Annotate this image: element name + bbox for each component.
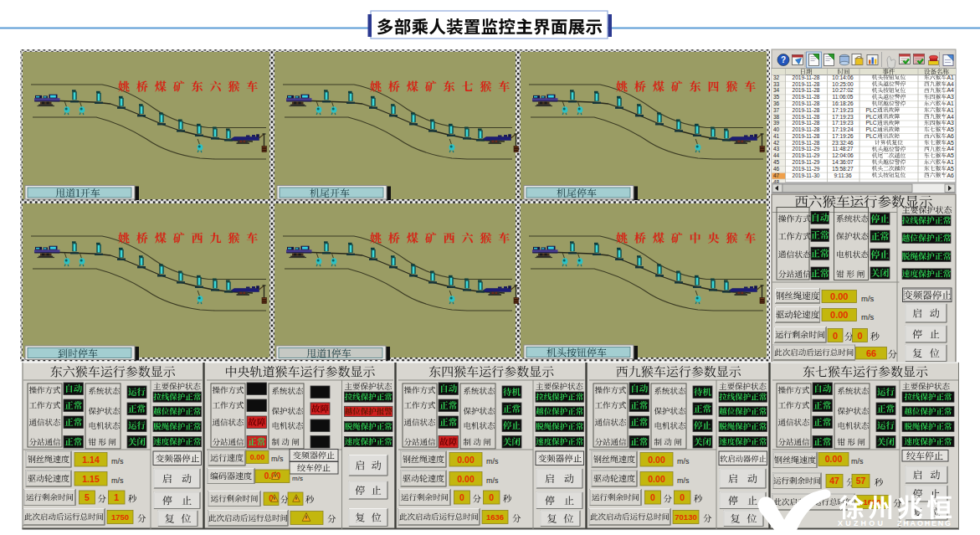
svg-text:2019-11-28: 2019-11-28 [793,140,820,146]
svg-text:A3: A3 [947,94,955,100]
svg-text:2019-11-28: 2019-11-28 [793,120,820,126]
svg-text:15:58:27: 15:58:27 [832,166,854,172]
svg-text:1.14: 1.14 [82,455,100,465]
svg-text:m/s: m/s [111,476,124,485]
svg-text:44: 44 [773,152,780,158]
svg-text:A1: A1 [947,100,955,106]
svg-text:41: 41 [773,133,780,139]
svg-text:A5: A5 [947,140,955,146]
svg-text:0.00: 0.00 [825,454,843,464]
svg-text:42: 42 [773,140,780,146]
svg-text:0: 0 [459,492,464,502]
svg-text:1: 1 [114,492,119,502]
svg-text:10:27:02: 10:27:02 [832,87,854,93]
svg-text:A1: A1 [947,75,955,80]
svg-text:m/s: m/s [292,475,303,482]
svg-text:43: 43 [773,146,780,152]
svg-text:2019-11-28: 2019-11-28 [793,94,820,100]
svg-text:XUZHOU: XUZHOU [838,519,885,527]
svg-text:1750: 1750 [111,512,129,522]
svg-text:9:11:36: 9:11:36 [834,172,852,178]
svg-text:0.00: 0.00 [457,455,475,465]
svg-text:17:19:23: 17:19:23 [832,120,854,126]
svg-text:m/s: m/s [851,457,864,466]
svg-text:PLC: PLC [865,107,876,113]
svg-text:46: 46 [773,166,780,172]
svg-text:0: 0 [650,492,655,502]
svg-text:2019-11-28: 2019-11-28 [793,126,820,132]
svg-text:A4: A4 [947,146,955,152]
svg-text:10:25:00: 10:25:00 [832,81,854,87]
svg-text:1636: 1636 [486,512,504,522]
svg-text:2019-11-28: 2019-11-28 [793,107,820,113]
svg-text:11:48:27: 11:48:27 [833,146,854,152]
svg-text:1.15: 1.15 [82,474,100,484]
svg-text:34: 34 [773,87,780,93]
svg-text:12:04:06: 12:04:06 [832,152,854,158]
svg-text:A5: A5 [947,166,955,172]
svg-text:?: ? [781,55,786,64]
svg-text:A3: A3 [947,120,955,126]
svg-text:A1: A1 [947,107,955,113]
svg-text:36: 36 [773,100,780,106]
svg-text:2019-11-29: 2019-11-29 [793,166,820,172]
svg-text:2019-11-28: 2019-11-28 [793,87,820,93]
svg-text:A5: A5 [947,152,955,158]
svg-text:m/s: m/s [111,457,124,466]
svg-text:45: 45 [773,159,780,165]
svg-text:0: 0 [857,331,862,341]
svg-text:m/s: m/s [486,476,499,485]
svg-text:m/s: m/s [677,476,690,485]
svg-text:40: 40 [773,126,780,132]
svg-text:m/s: m/s [861,312,875,322]
svg-text:5: 5 [85,492,90,502]
svg-text:0.00: 0.00 [830,291,848,301]
svg-text:38: 38 [773,114,780,120]
svg-text:m/s: m/s [486,457,499,466]
svg-text:A6: A6 [947,133,955,139]
svg-text:ZHAOHENG: ZHAOHENG [897,519,952,527]
svg-text:2019-11-29: 2019-11-29 [793,146,820,152]
svg-text:47: 47 [773,172,780,178]
svg-text:14:36:07: 14:36:07 [832,159,854,165]
svg-text:0: 0 [833,331,838,341]
svg-text:PLC: PLC [865,126,876,132]
svg-text:17:19:23: 17:19:23 [832,114,854,120]
svg-text:2019-11-29: 2019-11-29 [793,152,820,158]
svg-text:A4: A4 [947,114,955,120]
svg-text:35: 35 [773,94,780,100]
svg-text:17:19:24: 17:19:24 [832,126,854,132]
svg-text:23:32:46: 23:32:46 [832,140,854,146]
svg-text:2019-11-30: 2019-11-30 [793,172,820,178]
svg-text:0.00: 0.00 [250,453,265,461]
svg-text:39: 39 [773,120,780,126]
svg-text:PLC: PLC [865,133,876,139]
svg-text:2019-11-28: 2019-11-28 [793,114,820,120]
svg-text:0.00: 0.00 [648,455,665,465]
svg-text:10:14:06: 10:14:06 [832,75,854,80]
svg-text:A4: A4 [947,87,955,93]
svg-text:2019-11-28: 2019-11-28 [793,133,820,139]
svg-text:2019-11-28: 2019-11-28 [793,100,820,106]
svg-text:37: 37 [773,107,780,113]
svg-text:11:06:05: 11:06:05 [833,94,854,100]
svg-text:32: 32 [773,75,780,80]
svg-text:A5: A5 [947,126,955,132]
svg-text:0.00: 0.00 [830,310,848,320]
svg-text:0: 0 [680,492,685,502]
svg-text:PLC: PLC [865,114,876,120]
svg-text:0.00: 0.00 [648,474,665,484]
svg-text:0.00: 0.00 [457,474,475,484]
svg-text:2019-11-28: 2019-11-28 [793,75,820,80]
svg-text:m/s: m/s [271,455,284,463]
svg-text:m/s: m/s [677,457,690,466]
svg-text:PLC: PLC [865,120,876,126]
svg-text:66: 66 [866,348,876,358]
svg-text:0: 0 [489,492,494,502]
svg-text:m/s: m/s [861,294,875,303]
svg-text:2019-11-28: 2019-11-28 [793,81,820,87]
svg-text:17:19:23: 17:19:23 [832,107,854,113]
svg-text:17:19:26: 17:19:26 [832,133,854,139]
svg-text:2019-11-29: 2019-11-29 [793,159,820,165]
svg-text:70130: 70130 [675,512,696,522]
